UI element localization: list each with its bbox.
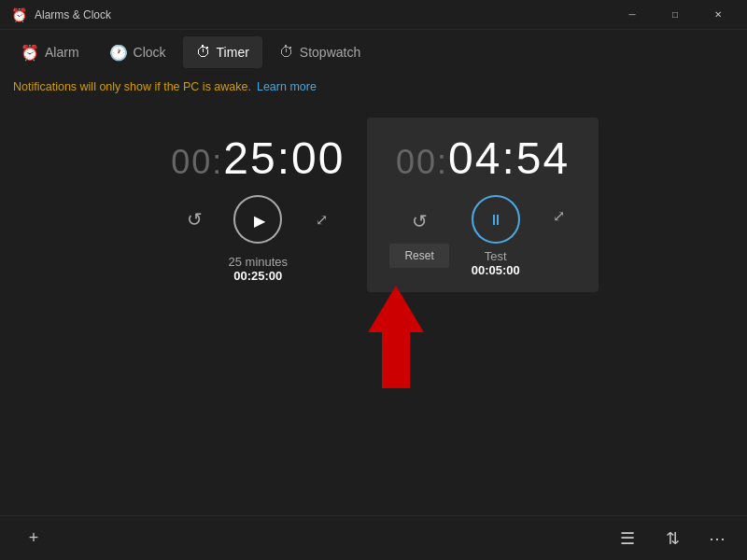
title-bar: ⏰ Alarms & Clock ─ □ ✕ [0, 0, 747, 30]
timer-2-reset-button[interactable]: Reset [389, 244, 448, 268]
close-button[interactable]: ✕ [697, 0, 740, 30]
timer-2-reset-icon: ↺ [412, 210, 428, 232]
timer-1-display: 00: 25:00 [171, 133, 345, 184]
arrow-annotation [368, 286, 424, 388]
timer-2-label: Test 00:05:00 [472, 249, 520, 277]
timer-1-expand-button[interactable]: ⤢ [304, 203, 338, 236]
alarm-label: Alarm [45, 45, 79, 60]
timer-label: Timer [217, 45, 249, 60]
learn-more-link[interactable]: Learn more [257, 80, 317, 93]
title-bar-left: ⏰ Alarms & Clock [11, 7, 111, 22]
timer-2-display: 00: 04:54 [396, 133, 570, 184]
timer-2-expand-icon: ⤢ [553, 207, 565, 225]
timer-1-time: 25:00 [223, 133, 345, 184]
arrow-up [368, 286, 424, 332]
notification-text: Notifications will only show if the PC i… [13, 80, 251, 93]
timer-1-card: 00: 25:00 ↺ ⤢ 25 minutes 00:25:00 [148, 118, 367, 298]
timer-1-reset-button[interactable]: ↺ [177, 203, 211, 236]
timer-icon: ⏱ [196, 44, 211, 61]
app-icon: ⏰ [11, 7, 27, 22]
timer-1-controls: ↺ ⤢ [177, 195, 338, 244]
title-bar-controls: ─ □ ✕ [611, 0, 740, 30]
timer-2-time: 04:54 [448, 133, 570, 184]
timer-1-total: 00:25:00 [228, 269, 288, 283]
main-content: 00: 25:00 ↺ ⤢ 25 minutes 00:25:00 00: 04… [0, 99, 747, 510]
maximize-button[interactable]: □ [654, 0, 697, 30]
timer-2-card: 00: 04:54 ↺ Reset Test 00:05:00 ⤢ [367, 118, 598, 292]
sidebar-item-clock[interactable]: 🕐 Clock [96, 36, 179, 69]
more-button[interactable]: ⋯ [698, 520, 736, 557]
timer-2-name: Test [472, 249, 520, 263]
timer-2-hours: 00: [396, 143, 448, 182]
sidebar-item-alarm[interactable]: ⏰ Alarm [7, 36, 92, 69]
clock-icon: 🕐 [109, 44, 128, 62]
notification-bar: Notifications will only show if the PC i… [0, 75, 747, 99]
clock-label: Clock [134, 45, 166, 60]
pause-icon [488, 210, 503, 230]
sidebar-item-stopwatch[interactable]: ⏱ Stopwatch [266, 36, 374, 68]
sort-button[interactable]: ⇅ [654, 520, 691, 557]
timer-2-reset-icon-button[interactable]: ↺ [402, 204, 436, 238]
bottom-toolbar: + ☰ ⇅ ⋯ [0, 515, 747, 560]
list-view-button[interactable]: ☰ [609, 520, 646, 557]
timer-1-hours: 00: [171, 143, 223, 182]
stopwatch-icon: ⏱ [279, 44, 294, 61]
minimize-button[interactable]: ─ [611, 0, 654, 30]
arrow-shaft [382, 332, 410, 388]
add-icon: + [29, 528, 39, 548]
play-icon [251, 209, 265, 231]
timer-1-name: 25 minutes [228, 255, 288, 269]
app-title: Alarms & Clock [35, 8, 111, 21]
more-icon: ⋯ [709, 528, 726, 549]
stopwatch-label: Stopwatch [300, 45, 360, 60]
timer-2-controls: ↺ Reset Test 00:05:00 ⤢ [389, 195, 575, 277]
timer-1-play-button[interactable] [233, 195, 282, 244]
timer-2-total: 00:05:00 [472, 263, 520, 277]
alarm-icon: ⏰ [21, 44, 39, 62]
nav-bar: ⏰ Alarm 🕐 Clock ⏱ Timer ⏱ Stopwatch [0, 30, 747, 75]
timer-2-pause-button[interactable] [472, 195, 520, 244]
list-icon: ☰ [620, 528, 635, 549]
add-timer-button[interactable]: + [15, 520, 52, 557]
timer-2-expand-button[interactable]: ⤢ [543, 199, 576, 232]
sort-icon: ⇅ [666, 528, 680, 549]
timer-1-label: 25 minutes 00:25:00 [228, 255, 288, 283]
reset-icon: ↺ [187, 208, 203, 231]
expand-icon: ⤢ [316, 211, 328, 229]
sidebar-item-timer[interactable]: ⏱ Timer [183, 36, 262, 68]
